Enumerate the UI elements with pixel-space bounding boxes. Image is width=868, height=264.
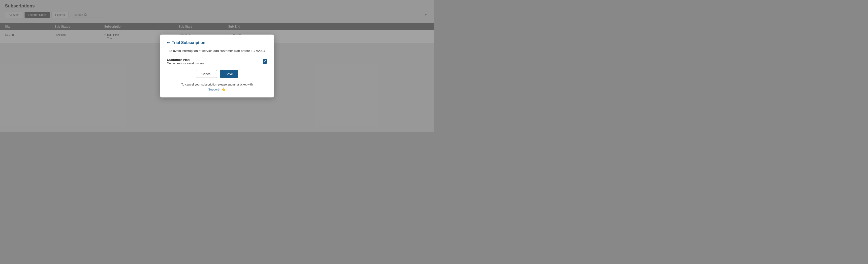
support-arrow-icon: › (219, 87, 220, 92)
modal-title-row: ✏ Trial Subscription (167, 41, 267, 45)
save-button[interactable]: Save (220, 70, 238, 78)
modal-footer: To cancel your subscription please submi… (167, 82, 267, 92)
plan-description: Get access for asset owners (167, 62, 204, 65)
plan-name: Customer Plan (167, 58, 204, 62)
footer-text: To cancel your subscription please submi… (181, 83, 253, 86)
support-link-text: Support (208, 87, 219, 92)
modal-warning-text: To avoid interruption of service add cus… (167, 49, 267, 53)
modal-title-icon: ✏ (167, 41, 170, 45)
modal-title-text: Trial Subscription (172, 41, 205, 45)
cancel-button[interactable]: Cancel (196, 70, 217, 78)
plan-checkbox[interactable] (262, 59, 267, 64)
support-link[interactable]: Support › (208, 87, 220, 92)
modal-actions: Cancel Save (167, 70, 267, 78)
cursor-icon: 👆 (221, 87, 226, 92)
modal-dialog: ✏ Trial Subscription To avoid interrupti… (160, 34, 274, 98)
modal-overlay: ✏ Trial Subscription To avoid interrupti… (0, 0, 434, 132)
modal-plan-row: Customer Plan Get access for asset owner… (167, 58, 267, 65)
plan-info: Customer Plan Get access for asset owner… (167, 58, 204, 65)
